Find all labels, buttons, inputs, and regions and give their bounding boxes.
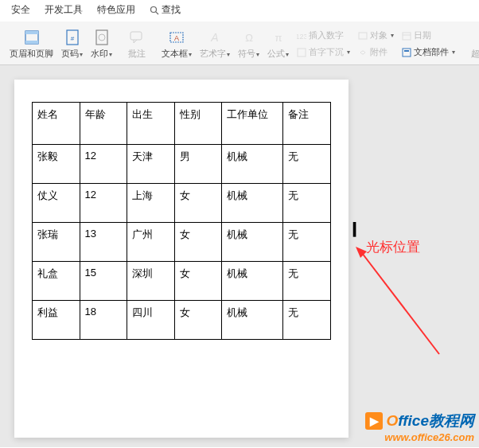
- data-table[interactable]: 姓名 年龄 出生 性别 工作单位 备注 张毅12天津男机械无 仗义12上海女机械…: [32, 102, 331, 340]
- formula-icon: π: [270, 29, 287, 46]
- brand-url: www.office26.com: [365, 431, 474, 443]
- svg-marker-25: [356, 247, 367, 258]
- formula-button[interactable]: π 公式▾: [264, 29, 292, 60]
- table-cell[interactable]: 广州: [127, 223, 175, 262]
- annotation-label: 光标位置: [366, 238, 420, 256]
- ribbon: 安全 开发工具 特色应用 查找 页眉和页脚 # 页码▾ 水印▾ 批注 A 文本框…: [0, 0, 479, 65]
- document-canvas[interactable]: 姓名 年龄 出生 性别 工作单位 备注 张毅12天津男机械无 仗义12上海女机械…: [0, 65, 479, 447]
- insert-number-button[interactable]: 123插入数字: [294, 28, 353, 43]
- brand-name: Office教程网: [386, 411, 474, 431]
- table-cell[interactable]: 机械: [222, 301, 283, 340]
- header-footer-button[interactable]: 页眉和页脚: [6, 29, 56, 60]
- tab-security[interactable]: 安全: [11, 3, 30, 17]
- tab-dev-tools[interactable]: 开发工具: [45, 3, 83, 17]
- table-cell[interactable]: 女: [174, 184, 222, 223]
- hyperlink-label: 超链接▾: [471, 48, 479, 60]
- symbol-button[interactable]: Ω 符号▾: [235, 29, 263, 60]
- tab-search[interactable]: 查找: [150, 3, 181, 17]
- table-cell[interactable]: 12: [80, 145, 127, 184]
- attachment-icon: [358, 48, 368, 57]
- table-row: 礼盒15深圳女机械无: [33, 262, 331, 301]
- table-cell[interactable]: 15: [80, 262, 127, 301]
- svg-rect-9: [130, 32, 142, 40]
- table-cell[interactable]: 张毅: [33, 145, 80, 184]
- comment-button: 批注: [125, 29, 149, 60]
- table-cell[interactable]: 无: [283, 301, 331, 340]
- watermark-button[interactable]: 水印▾: [88, 29, 115, 60]
- date-parts-group: 日期 文档部件▾: [399, 28, 458, 60]
- svg-rect-3: [25, 31, 38, 34]
- table-cell[interactable]: 仗义: [33, 184, 80, 223]
- table-header-cell[interactable]: 备注: [283, 103, 331, 145]
- page-number-button[interactable]: # 页码▾: [58, 29, 86, 60]
- document-page[interactable]: 姓名 年龄 出生 性别 工作单位 备注 张毅12天津男机械无 仗义12上海女机械…: [14, 80, 349, 438]
- wordart-button[interactable]: A 艺术字▾: [197, 29, 233, 60]
- svg-point-8: [99, 34, 105, 41]
- comment-icon: [128, 29, 146, 46]
- object-label: 对象: [370, 29, 387, 41]
- watermark-icon: [93, 29, 111, 46]
- table-cell[interactable]: 四川: [127, 301, 175, 340]
- table-header-cell[interactable]: 出生: [127, 103, 175, 145]
- table-cell[interactable]: 无: [283, 223, 331, 262]
- table-cell[interactable]: 女: [174, 223, 222, 262]
- number-icon: 123: [297, 31, 306, 41]
- svg-rect-16: [298, 49, 306, 56]
- table-cell[interactable]: 机械: [222, 184, 283, 223]
- table-cell[interactable]: 18: [80, 301, 127, 340]
- table-header-cell[interactable]: 工作单位: [222, 103, 283, 145]
- annotation-arrow: [356, 247, 443, 358]
- wordart-label: 艺术字▾: [200, 48, 230, 60]
- svg-line-24: [362, 253, 439, 354]
- svg-line-1: [156, 11, 158, 14]
- table-header-cell[interactable]: 姓名: [33, 103, 80, 145]
- symbol-icon: Ω: [240, 29, 258, 46]
- date-button[interactable]: 日期: [399, 28, 458, 43]
- table-row: 仗义12上海女机械无: [33, 184, 331, 223]
- table-cell[interactable]: 机械: [222, 223, 283, 262]
- table-cell[interactable]: 无: [283, 145, 331, 184]
- attachment-label: 附件: [370, 46, 387, 58]
- object-icon: [358, 31, 368, 41]
- table-row: 利益18四川女机械无: [33, 301, 331, 340]
- table-header-cell[interactable]: 年龄: [80, 103, 127, 145]
- table-cell[interactable]: 女: [174, 262, 222, 301]
- svg-text:123: 123: [297, 33, 306, 41]
- table-cell[interactable]: 张瑞: [33, 223, 80, 262]
- hyperlink-button[interactable]: 超链接▾: [468, 29, 479, 60]
- table-cell[interactable]: 13: [80, 223, 127, 262]
- object-group: 对象▾ 附件: [355, 28, 397, 60]
- svg-rect-18: [403, 33, 411, 40]
- object-button[interactable]: 对象▾: [355, 28, 397, 43]
- table-cell[interactable]: 上海: [127, 184, 175, 223]
- header-footer-icon: [23, 29, 41, 46]
- textbox-icon: A: [168, 29, 185, 46]
- table-cell[interactable]: 12: [80, 184, 127, 223]
- table-header-cell[interactable]: 性别: [174, 103, 222, 145]
- table-cell[interactable]: 深圳: [127, 262, 175, 301]
- comment-label: 批注: [128, 48, 146, 60]
- table-row: 张瑞13广州女机械无: [33, 223, 331, 262]
- watermark-label: 水印▾: [91, 48, 112, 60]
- textbox-button[interactable]: A 文本框▾: [158, 29, 195, 60]
- attachment-button[interactable]: 附件: [355, 45, 397, 60]
- table-cell[interactable]: 天津: [127, 145, 175, 184]
- table-cell[interactable]: 无: [283, 262, 331, 301]
- table-cell[interactable]: 机械: [222, 262, 283, 301]
- table-cell[interactable]: 男: [174, 145, 222, 184]
- svg-text:π: π: [275, 32, 282, 44]
- brand-badge-icon: ▶: [365, 412, 383, 430]
- doc-parts-label: 文档部件: [414, 46, 449, 58]
- date-icon: [402, 31, 411, 41]
- dropcap-button[interactable]: 首字下沉▾: [294, 45, 353, 60]
- table-cell[interactable]: 女: [174, 301, 222, 340]
- table-cell[interactable]: 利益: [33, 301, 80, 340]
- table-cell[interactable]: 无: [283, 184, 331, 223]
- table-cell[interactable]: 礼盒: [33, 262, 80, 301]
- doc-parts-button[interactable]: 文档部件▾: [399, 45, 458, 60]
- tab-special[interactable]: 特色应用: [97, 3, 135, 17]
- svg-rect-7: [96, 30, 107, 45]
- table-cell[interactable]: 机械: [222, 145, 283, 184]
- dropcap-label: 首字下沉: [309, 46, 344, 58]
- svg-point-0: [151, 6, 157, 12]
